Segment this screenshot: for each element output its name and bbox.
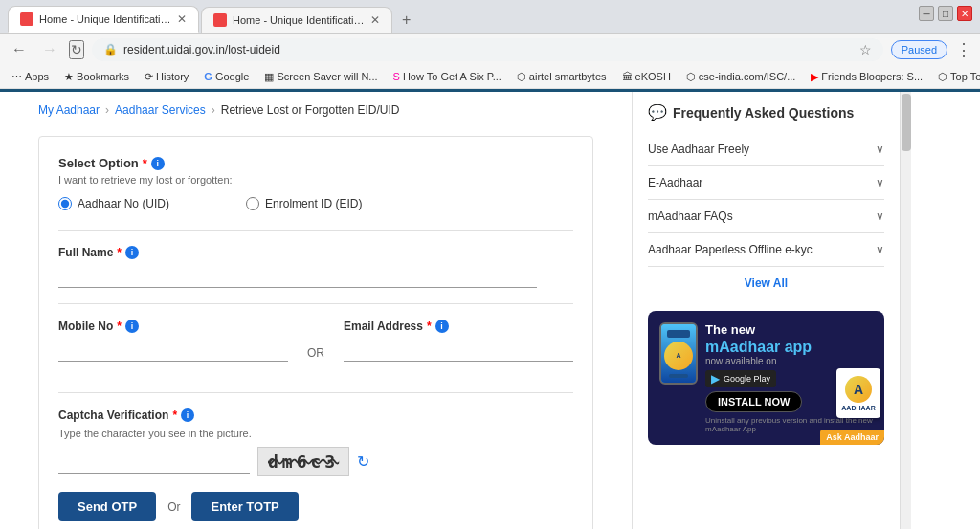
mobile-no-group: Mobile No * i [58, 320, 288, 362]
mobile-no-input[interactable] [58, 339, 288, 362]
form-section: Select Option * i I want to retrieve my … [38, 136, 593, 529]
enter-totp-button[interactable]: Enter TOTP [191, 492, 298, 521]
radio-eid-input[interactable] [246, 197, 259, 210]
breadcrumb-myaadhaar[interactable]: My Aadhaar [38, 103, 100, 117]
tab-favicon-2 [213, 13, 227, 27]
or-label: OR [307, 320, 324, 360]
chevron-icon-3: ∨ [876, 243, 884, 256]
aadhaar-logo-badge: A AADHAAR [836, 368, 880, 418]
breadcrumb-services[interactable]: Aadhaar Services [115, 103, 206, 117]
banner-app-name: mAadhaar app [705, 339, 873, 356]
bookmark-sixpack[interactable]: S How To Get A Six P... [390, 69, 505, 84]
faq-item-0[interactable]: Use Aadhaar Freely ∨ [648, 133, 884, 166]
airtel-icon: ⬡ [517, 71, 526, 83]
faq-item-3[interactable]: Aadhaar Paperless Offline e-kyc ∨ [648, 233, 884, 267]
radio-group: Aadhaar No (UID) Enrolment ID (EID) [58, 197, 573, 210]
ask-aadhaar-button[interactable]: Ask Aadhaar [820, 430, 884, 445]
banner-title: The new [705, 322, 873, 337]
mobile-email-row: Mobile No * i OR Email Address * i [58, 320, 573, 377]
new-tab-button[interactable]: + [394, 8, 418, 33]
bookmark-friends[interactable]: ▶ Friends Bloopers: S... [807, 69, 926, 85]
captcha-input[interactable] [58, 451, 250, 474]
paused-button[interactable]: Paused [891, 40, 947, 59]
google-play-label: Google Play [724, 374, 770, 384]
install-now-button[interactable]: INSTALL NOW [705, 391, 802, 412]
bookmark-cse[interactable]: ⬡ cse-india.com/ISC/... [682, 69, 799, 85]
divider-3 [58, 392, 573, 393]
radio-uid[interactable]: Aadhaar No (UID) [58, 197, 169, 210]
window-controls: ─ □ ✕ [919, 6, 972, 21]
email-address-group: Email Address * i [344, 320, 573, 362]
close-window-button[interactable]: ✕ [957, 6, 972, 21]
maximize-button[interactable]: □ [938, 6, 953, 21]
minimize-button[interactable]: ─ [919, 6, 934, 21]
top10-icon: ⬡ [938, 71, 947, 83]
select-option-info-icon[interactable]: i [151, 157, 165, 170]
bookmark-history[interactable]: ⟳ History [141, 69, 192, 85]
tab-close-2[interactable]: ✕ [370, 13, 380, 27]
maadhar-banner: A The new mAadhaar app now available on … [648, 311, 884, 445]
mobile-no-info-icon[interactable]: i [125, 320, 139, 333]
select-option-title: Select Option * i [58, 156, 573, 170]
refresh-button[interactable]: ↻ [69, 40, 84, 59]
divider-2 [58, 303, 573, 304]
sidebar: 💬 Frequently Asked Questions Use Aadhaar… [632, 92, 900, 529]
button-row: Send OTP Or Enter TOTP [58, 492, 573, 521]
bookmark-bookmarks[interactable]: ★ Bookmarks [60, 69, 133, 85]
divider-1 [58, 230, 573, 231]
browser-tab-2[interactable]: Home - Unique Identification Au... ✕ [201, 7, 392, 33]
scrollbar-thumb[interactable] [902, 94, 911, 151]
faq-item-2[interactable]: mAadhaar FAQs ∨ [648, 200, 884, 233]
radio-eid[interactable]: Enrolment ID (EID) [246, 197, 362, 210]
banner-subtitle: now available on [705, 356, 873, 366]
captcha-info-icon[interactable]: i [181, 408, 194, 422]
google-play-badge[interactable]: ▶ Google Play [705, 370, 776, 387]
full-name-label: Full Name * i [58, 246, 573, 259]
browser-menu-button[interactable]: ⋮ [955, 39, 972, 60]
back-button[interactable]: ← [8, 39, 31, 60]
address-bar[interactable]: 🔒 resident.uidai.gov.in/lost-uideid ☆ [92, 38, 883, 61]
faq-item-1[interactable]: E-Aadhaar ∨ [648, 166, 884, 200]
google-play-icon: ▶ [711, 372, 720, 386]
select-option-group: Select Option * i I want to retrieve my … [58, 156, 573, 210]
browser-tab-1[interactable]: Home - Unique Identification Au... ✕ [8, 6, 199, 33]
scrollbar[interactable] [900, 92, 911, 529]
email-address-label: Email Address * i [344, 320, 573, 333]
captcha-image: dm6c3 [257, 447, 349, 476]
chevron-icon-0: ∨ [876, 143, 884, 156]
radio-uid-input[interactable] [58, 197, 72, 210]
view-all-button[interactable]: View All [648, 267, 884, 299]
full-name-info-icon[interactable]: i [125, 246, 139, 259]
address-text: resident.uidai.gov.in/lost-uideid [123, 43, 854, 56]
captcha-section: Captcha Verification * i Type the charac… [58, 408, 573, 476]
mobile-no-label: Mobile No * i [58, 320, 288, 333]
breadcrumb: My Aadhaar › Aadhaar Services › Retrieve… [38, 103, 593, 117]
forward-button[interactable]: → [38, 39, 61, 60]
chevron-icon-2: ∨ [876, 209, 884, 223]
cse-icon: ⬡ [686, 71, 696, 83]
sixpack-icon: S [393, 71, 400, 82]
bookmark-airtel[interactable]: ⬡ airtel smartbytes [513, 69, 611, 85]
bookmark-top10[interactable]: ⬡ Top Ten Psycholog... [934, 69, 980, 85]
email-address-input[interactable] [344, 339, 573, 362]
full-name-input[interactable] [58, 265, 537, 288]
bookmark-star-icon[interactable]: ☆ [859, 42, 872, 57]
send-otp-button[interactable]: Send OTP [58, 492, 156, 521]
tab-favicon-1 [20, 12, 33, 26]
lock-icon: 🔒 [103, 43, 118, 56]
bookmark-ekosh[interactable]: 🏛 eKOSH [618, 69, 675, 84]
bookmark-google[interactable]: G Google [200, 69, 253, 84]
email-info-icon[interactable]: i [435, 320, 449, 333]
captcha-label: Captcha Verification * i [58, 408, 573, 422]
bookmark-apps[interactable]: ⋯ Apps [8, 69, 53, 85]
chevron-icon-1: ∨ [876, 176, 884, 189]
required-star: * [143, 156, 147, 170]
main-content: My Aadhaar › Aadhaar Services › Retrieve… [0, 92, 632, 529]
history-icon: ⟳ [145, 71, 153, 83]
captcha-row: dm6c3 ↻ [58, 447, 573, 476]
phone-visual: A [659, 322, 698, 385]
tab-close-1[interactable]: ✕ [177, 12, 187, 26]
refresh-captcha-icon[interactable]: ↻ [357, 452, 369, 471]
bookmark-screensaver[interactable]: ▦ Screen Saver will N... [260, 69, 381, 85]
faq-icon: 💬 [648, 103, 667, 121]
